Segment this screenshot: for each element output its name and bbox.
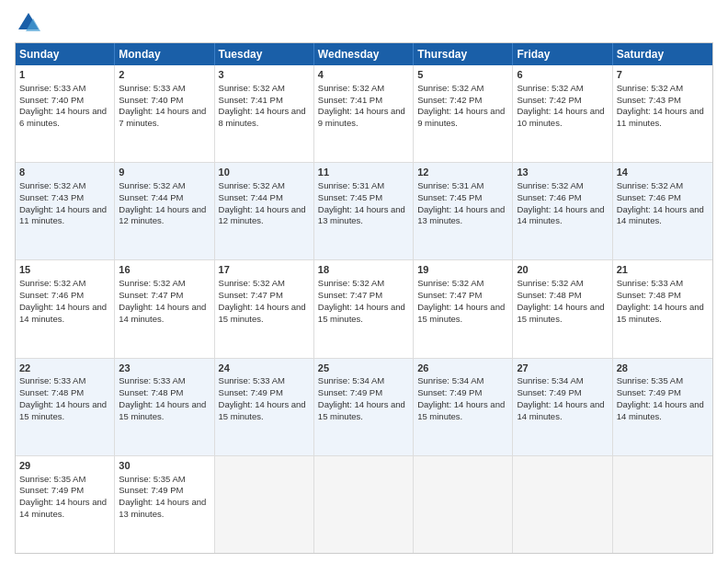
day-number: 25	[318, 362, 409, 375]
day-info: Sunset: 7:43 PM	[617, 95, 681, 105]
calendar-cell: 17Sunrise: 5:32 AMSunset: 7:47 PMDayligh…	[215, 260, 314, 357]
day-info: Sunrise: 5:32 AM	[219, 180, 285, 190]
day-number: 4	[318, 68, 409, 82]
day-number: 30	[119, 459, 210, 473]
weekday-header: Friday	[513, 43, 612, 65]
day-info: Sunrise: 5:32 AM	[517, 278, 583, 288]
weekday-header: Saturday	[613, 43, 712, 65]
day-number: 23	[119, 362, 210, 375]
day-info: Daylight: 14 hours and 15 minutes.	[318, 302, 405, 324]
calendar-cell: 29Sunrise: 5:35 AMSunset: 7:49 PMDayligh…	[16, 456, 115, 553]
day-info: Sunrise: 5:32 AM	[219, 83, 285, 93]
day-info: Daylight: 14 hours and 15 minutes.	[417, 302, 505, 324]
calendar-row: 29Sunrise: 5:35 AMSunset: 7:49 PMDayligh…	[16, 456, 712, 553]
day-info: Sunset: 7:45 PM	[417, 192, 482, 202]
day-info: Sunset: 7:42 PM	[417, 95, 482, 105]
calendar-cell: 5Sunrise: 5:32 AMSunset: 7:42 PMDaylight…	[414, 65, 513, 162]
day-info: Sunset: 7:49 PM	[617, 387, 681, 397]
calendar-cell: 26Sunrise: 5:34 AMSunset: 7:49 PMDayligh…	[414, 359, 513, 455]
calendar-row: 1Sunrise: 5:33 AMSunset: 7:40 PMDaylight…	[16, 65, 712, 163]
calendar-cell: 20Sunrise: 5:32 AMSunset: 7:48 PMDayligh…	[513, 260, 612, 357]
day-info: Sunrise: 5:32 AM	[119, 278, 185, 288]
calendar-cell: 15Sunrise: 5:32 AMSunset: 7:46 PMDayligh…	[16, 260, 115, 357]
day-info: Daylight: 14 hours and 14 minutes.	[617, 399, 704, 421]
day-info: Daylight: 14 hours and 14 minutes.	[19, 497, 107, 519]
day-info: Sunset: 7:41 PM	[318, 95, 382, 105]
calendar: SundayMondayTuesdayWednesdayThursdayFrid…	[15, 42, 713, 554]
day-info: Sunset: 7:47 PM	[417, 290, 482, 300]
day-info: Daylight: 14 hours and 15 minutes.	[219, 399, 306, 421]
day-info: Sunrise: 5:34 AM	[417, 375, 483, 385]
day-info: Sunset: 7:48 PM	[617, 290, 681, 300]
day-info: Daylight: 14 hours and 11 minutes.	[19, 204, 107, 226]
day-info: Daylight: 14 hours and 15 minutes.	[219, 302, 306, 324]
day-info: Sunrise: 5:31 AM	[417, 180, 483, 190]
day-info: Sunrise: 5:33 AM	[19, 375, 85, 385]
day-number: 28	[617, 362, 709, 375]
day-number: 3	[219, 68, 310, 82]
day-info: Sunset: 7:41 PM	[219, 95, 283, 105]
empty-cell	[414, 456, 513, 553]
calendar-cell: 9Sunrise: 5:32 AMSunset: 7:44 PMDaylight…	[115, 163, 214, 259]
day-info: Daylight: 14 hours and 13 minutes.	[417, 204, 505, 226]
day-number: 26	[417, 362, 508, 375]
weekday-header: Sunday	[16, 43, 115, 65]
day-info: Sunrise: 5:31 AM	[318, 180, 384, 190]
calendar-cell: 11Sunrise: 5:31 AMSunset: 7:45 PMDayligh…	[314, 163, 414, 259]
calendar-cell: 23Sunrise: 5:33 AMSunset: 7:48 PMDayligh…	[115, 359, 214, 455]
calendar-row: 15Sunrise: 5:32 AMSunset: 7:46 PMDayligh…	[16, 260, 712, 358]
day-info: Sunset: 7:47 PM	[119, 290, 183, 300]
day-info: Sunrise: 5:35 AM	[19, 474, 85, 484]
day-info: Sunset: 7:43 PM	[19, 192, 84, 202]
day-info: Sunrise: 5:32 AM	[318, 278, 384, 288]
day-number: 29	[19, 459, 110, 473]
day-number: 10	[219, 166, 310, 179]
day-info: Sunset: 7:47 PM	[219, 290, 283, 300]
calendar-row: 22Sunrise: 5:33 AMSunset: 7:48 PMDayligh…	[16, 359, 712, 456]
day-info: Daylight: 14 hours and 8 minutes.	[219, 106, 306, 128]
calendar-cell: 10Sunrise: 5:32 AMSunset: 7:44 PMDayligh…	[215, 163, 314, 259]
day-info: Sunrise: 5:33 AM	[219, 375, 285, 385]
day-info: Sunrise: 5:34 AM	[318, 375, 384, 385]
day-info: Sunset: 7:49 PM	[19, 485, 84, 495]
header	[15, 9, 713, 37]
calendar-cell: 7Sunrise: 5:32 AMSunset: 7:43 PMDaylight…	[613, 65, 712, 162]
day-info: Sunrise: 5:32 AM	[219, 278, 285, 288]
day-number: 27	[517, 362, 608, 375]
day-info: Daylight: 14 hours and 6 minutes.	[19, 106, 107, 128]
day-info: Sunset: 7:49 PM	[119, 485, 183, 495]
day-number: 17	[219, 263, 310, 277]
calendar-cell: 3Sunrise: 5:32 AMSunset: 7:41 PMDaylight…	[215, 65, 314, 162]
day-info: Sunrise: 5:32 AM	[19, 278, 85, 288]
calendar-cell: 18Sunrise: 5:32 AMSunset: 7:47 PMDayligh…	[314, 260, 414, 357]
day-info: Daylight: 14 hours and 14 minutes.	[19, 302, 107, 324]
day-number: 20	[517, 263, 608, 277]
day-info: Sunset: 7:44 PM	[119, 192, 183, 202]
calendar-cell: 16Sunrise: 5:32 AMSunset: 7:47 PMDayligh…	[115, 260, 214, 357]
day-number: 19	[417, 263, 508, 277]
day-number: 2	[119, 68, 210, 82]
day-info: Daylight: 14 hours and 10 minutes.	[517, 106, 604, 128]
day-info: Sunset: 7:49 PM	[417, 387, 482, 397]
day-info: Sunrise: 5:33 AM	[119, 375, 185, 385]
day-info: Sunrise: 5:32 AM	[318, 83, 384, 93]
day-info: Sunrise: 5:33 AM	[617, 278, 683, 288]
day-info: Sunrise: 5:32 AM	[19, 180, 85, 190]
day-info: Daylight: 14 hours and 14 minutes.	[119, 302, 206, 324]
day-number: 12	[417, 166, 508, 179]
day-info: Daylight: 14 hours and 13 minutes.	[119, 497, 206, 519]
empty-cell	[314, 456, 414, 553]
day-info: Daylight: 14 hours and 12 minutes.	[119, 204, 206, 226]
empty-cell	[613, 456, 712, 553]
day-info: Sunset: 7:46 PM	[19, 290, 84, 300]
day-info: Sunset: 7:49 PM	[219, 387, 283, 397]
day-info: Daylight: 14 hours and 12 minutes.	[219, 204, 306, 226]
page: SundayMondayTuesdayWednesdayThursdayFrid…	[0, 0, 728, 563]
day-info: Sunrise: 5:32 AM	[417, 278, 483, 288]
day-info: Daylight: 14 hours and 9 minutes.	[318, 106, 405, 128]
day-info: Daylight: 14 hours and 15 minutes.	[318, 399, 405, 421]
calendar-cell: 4Sunrise: 5:32 AMSunset: 7:41 PMDaylight…	[314, 65, 414, 162]
calendar-cell: 2Sunrise: 5:33 AMSunset: 7:40 PMDaylight…	[115, 65, 214, 162]
day-info: Daylight: 14 hours and 14 minutes.	[517, 204, 604, 226]
calendar-cell: 25Sunrise: 5:34 AMSunset: 7:49 PMDayligh…	[314, 359, 414, 455]
